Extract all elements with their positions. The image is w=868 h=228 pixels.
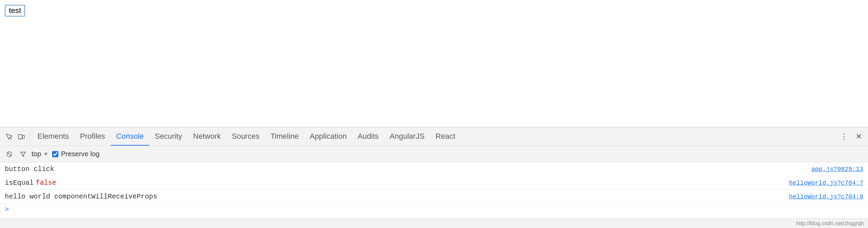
console-row-message: hello world componentWillReceiveProps [5, 193, 157, 201]
preserve-log-label[interactable]: Preserve log [52, 150, 100, 158]
device-toolbar-icon[interactable] [15, 130, 27, 143]
tab-profiles[interactable]: Profiles [75, 128, 111, 146]
inspect-element-icon[interactable] [3, 130, 15, 143]
context-value: top [32, 150, 41, 158]
console-row: button click app.js?9829:13 [0, 162, 868, 176]
browser-content: test [0, 0, 868, 127]
tab-network[interactable]: Network [187, 128, 226, 146]
devtools-toolbar: Elements Profiles Console Security Netwo… [0, 127, 868, 146]
filter-icon[interactable] [18, 149, 28, 159]
svg-line-4 [7, 152, 11, 156]
console-output: button click app.js?9829:13 isEqual fals… [0, 162, 868, 218]
svg-rect-1 [22, 135, 24, 138]
toolbar-right: ⋮ ✕ [837, 131, 865, 142]
devtools-tabs: Elements Profiles Console Security Netwo… [32, 127, 837, 146]
console-toolbar: top ▼ Preserve log [0, 146, 868, 162]
tab-react[interactable]: React [430, 128, 460, 146]
console-row-message: isEqual false [5, 179, 56, 187]
console-row: isEqual false helloWorld.js?c784:7 [0, 176, 868, 190]
preserve-log-text: Preserve log [61, 150, 100, 158]
console-row-source[interactable]: helloWorld.js?c784:7 [789, 180, 863, 186]
test-button[interactable]: test [5, 5, 25, 16]
tab-application[interactable]: Application [304, 128, 352, 146]
console-row-source[interactable]: app.js?9829:13 [811, 166, 863, 173]
console-input-row[interactable] [0, 204, 868, 216]
console-row-source[interactable]: helloWorld.js?c784:8 [789, 193, 863, 200]
status-url: http://blog.csdn.net/zhqgrqh [796, 220, 864, 227]
tab-audits[interactable]: Audits [352, 128, 384, 146]
more-options-button[interactable]: ⋮ [837, 131, 851, 142]
preserve-log-checkbox[interactable] [52, 151, 58, 157]
context-selector[interactable]: top ▼ [32, 150, 49, 158]
console-row-message: button click [5, 165, 54, 173]
svg-marker-5 [21, 152, 25, 157]
console-row: hello world componentWillReceiveProps he… [0, 190, 868, 204]
tab-elements[interactable]: Elements [32, 128, 75, 146]
tab-timeline[interactable]: Timeline [265, 128, 304, 146]
toolbar-separator [30, 132, 30, 142]
context-dropdown-arrow: ▼ [43, 151, 49, 157]
tab-security[interactable]: Security [149, 128, 187, 146]
status-bar: http://blog.csdn.net/zhqgrqh [0, 218, 868, 228]
devtools-panel: Elements Profiles Console Security Netwo… [0, 127, 868, 228]
clear-console-icon[interactable] [4, 149, 14, 159]
tab-sources[interactable]: Sources [226, 128, 265, 146]
tab-console[interactable]: Console [111, 128, 149, 146]
tab-angularjs[interactable]: AngularJS [384, 128, 430, 146]
close-devtools-button[interactable]: ✕ [852, 131, 865, 142]
